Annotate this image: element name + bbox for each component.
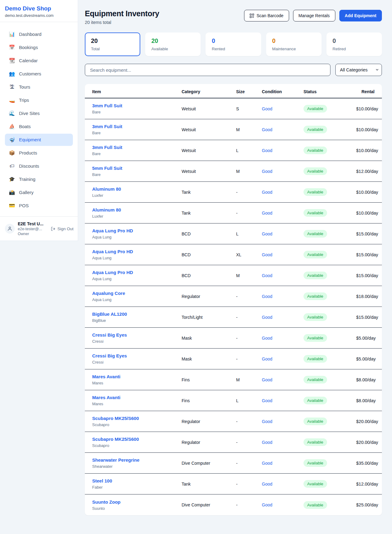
sidebar-item-gallery[interactable]: 📸 Gallery <box>5 186 73 199</box>
condition-link[interactable]: Good <box>262 315 303 320</box>
item-brand: Bare <box>92 110 182 114</box>
item-cell: Aluminum 80 Luxfer <box>92 186 182 198</box>
user-section: E2E Test U... e2e-tester@... Owner Sign … <box>0 216 78 241</box>
table-row: Suunto Zoop Suunto Dive Computer - Good … <box>85 494 382 515</box>
item-name-link[interactable]: Shearwater Peregrine <box>92 457 182 463</box>
stat-value: 0 <box>272 37 315 44</box>
condition-link[interactable]: Good <box>262 169 303 174</box>
condition-link[interactable]: Good <box>262 252 303 257</box>
sidebar-item-label: Discounts <box>19 163 39 169</box>
item-cell: 5mm Full Suit Bare <box>92 166 182 177</box>
size-cell: - <box>236 461 262 466</box>
sidebar-item-training[interactable]: 🎓 Training <box>5 173 73 185</box>
category-cell: Dive Computer <box>182 461 236 466</box>
add-equipment-button[interactable]: Add Equipment <box>339 10 382 21</box>
condition-link[interactable]: Good <box>262 106 303 111</box>
condition-link[interactable]: Good <box>262 336 303 341</box>
condition-link[interactable]: Good <box>262 461 303 466</box>
item-brand: Bare <box>92 151 182 156</box>
manage-rentals-button[interactable]: Manage Rentals <box>293 10 335 21</box>
category-select-wrap: All Categories <box>335 64 382 76</box>
item-brand: Bare <box>92 172 182 177</box>
item-name-link[interactable]: Aluminum 80 <box>92 186 182 192</box>
item-name-link[interactable]: Cressi Big Eyes <box>92 332 182 338</box>
item-brand: Bare <box>92 131 182 135</box>
sidebar-item-label: Calendar <box>19 58 38 64</box>
stat-card-available[interactable]: 20 Available <box>145 32 201 56</box>
table-row: 3mm Full Suit Bare Wetsuit L Good Availa… <box>85 140 382 161</box>
sidebar-item-products[interactable]: 📦 Products <box>5 147 73 159</box>
condition-link[interactable]: Good <box>262 377 303 382</box>
status-badge: Available <box>303 418 327 425</box>
condition-link[interactable]: Good <box>262 294 303 299</box>
size-cell: M <box>236 169 262 174</box>
item-name-link[interactable]: 3mm Full Suit <box>92 103 182 108</box>
scan-barcode-button[interactable]: Scan Barcode <box>244 10 289 21</box>
item-name-link[interactable]: BigBlue AL1200 <box>92 311 182 317</box>
table-row: Aqua Lung Pro HD Aqua Lung BCD L Good Av… <box>85 223 382 244</box>
item-cell: 3mm Full Suit Bare <box>92 124 182 135</box>
status-cell: Available <box>303 438 356 446</box>
sidebar-item-pos[interactable]: 💳 POS <box>5 200 73 212</box>
item-name-link[interactable]: Cressi Big Eyes <box>92 353 182 358</box>
item-name-link[interactable]: Aluminum 80 <box>92 207 182 212</box>
stat-card-total[interactable]: 20 Total <box>85 32 140 56</box>
item-cell: Scubapro MK25/S600 Scubapro <box>92 416 182 427</box>
stat-card-retired[interactable]: 0 Retired <box>326 32 382 56</box>
sidebar-item-label: POS <box>19 203 29 209</box>
item-name-link[interactable]: 5mm Full Suit <box>92 166 182 171</box>
condition-link[interactable]: Good <box>262 190 303 195</box>
condition-link[interactable]: Good <box>262 482 303 486</box>
item-name-link[interactable]: Steel 100 <box>92 478 182 483</box>
sidebar-item-trips[interactable]: 🚤 Trips <box>5 94 73 106</box>
item-name-link[interactable]: Mares Avanti <box>92 395 182 400</box>
sign-out-button[interactable]: Sign Out <box>51 227 74 231</box>
condition-link[interactable]: Good <box>262 357 303 361</box>
item-name-link[interactable]: Scubapro MK25/S600 <box>92 437 182 442</box>
category-select[interactable]: All Categories <box>335 64 382 76</box>
item-name-link[interactable]: Suunto Zoop <box>92 499 182 505</box>
condition-link[interactable]: Good <box>262 148 303 153</box>
sidebar-item-customers[interactable]: 👥 Customers <box>5 68 73 80</box>
sidebar-item-boats[interactable]: ⛵ Boats <box>5 120 73 133</box>
item-name-link[interactable]: Aqua Lung Pro HD <box>92 249 182 254</box>
rental-cell: $25.00/day <box>356 502 378 507</box>
sidebar-item-calendar[interactable]: 📆 Calendar <box>5 55 73 67</box>
item-name-link[interactable]: Scubapro MK25/S600 <box>92 416 182 421</box>
sidebar-item-dashboard[interactable]: 📊 Dashboard <box>5 28 73 40</box>
stat-card-rented[interactable]: 0 Rented <box>205 32 261 56</box>
item-name-link[interactable]: Aqua Lung Pro HD <box>92 228 182 233</box>
item-name-link[interactable]: Mares Avanti <box>92 374 182 379</box>
condition-link[interactable]: Good <box>262 440 303 445</box>
rental-cell: $15.00/day <box>356 315 378 320</box>
table-header-row: ItemCategorySizeConditionStatusRental <box>85 84 382 98</box>
sidebar-item-discounts[interactable]: 🏷 Discounts <box>5 160 73 172</box>
condition-link[interactable]: Good <box>262 127 303 132</box>
item-name-link[interactable]: Aqualung Core <box>92 291 182 296</box>
status-badge: Available <box>303 167 327 175</box>
size-cell: S <box>236 106 262 111</box>
stat-card-maintenance[interactable]: 0 Maintenance <box>266 32 322 56</box>
status-cell: Available <box>303 313 356 321</box>
sidebar-item-bookings[interactable]: 📅 Bookings <box>5 41 73 54</box>
size-cell: XL <box>236 252 262 257</box>
item-name-link[interactable]: Aqua Lung Pro HD <box>92 270 182 275</box>
sidebar-item-dive-sites[interactable]: 🌊 Dive Sites <box>5 107 73 120</box>
page-title-block: Equipment Inventory 20 items total <box>85 9 159 25</box>
condition-link[interactable]: Good <box>262 419 303 424</box>
category-cell: Wetsuit <box>182 106 236 111</box>
item-name-link[interactable]: 3mm Full Suit <box>92 124 182 129</box>
item-brand: Faber <box>92 485 182 490</box>
sidebar-item-tours[interactable]: 🏝 Tours <box>5 81 73 93</box>
item-name-link[interactable]: 3mm Full Suit <box>92 145 182 150</box>
condition-link[interactable]: Good <box>262 211 303 216</box>
condition-link[interactable]: Good <box>262 273 303 278</box>
condition-link[interactable]: Good <box>262 502 303 507</box>
search-input[interactable] <box>85 64 330 76</box>
condition-link[interactable]: Good <box>262 398 303 403</box>
sidebar-item-equipment[interactable]: 🤿 Equipment <box>5 134 73 146</box>
brand-name[interactable]: Demo Dive Shop <box>5 5 73 12</box>
size-cell: M <box>236 127 262 132</box>
condition-link[interactable]: Good <box>262 231 303 236</box>
status-cell: Available <box>303 251 356 258</box>
